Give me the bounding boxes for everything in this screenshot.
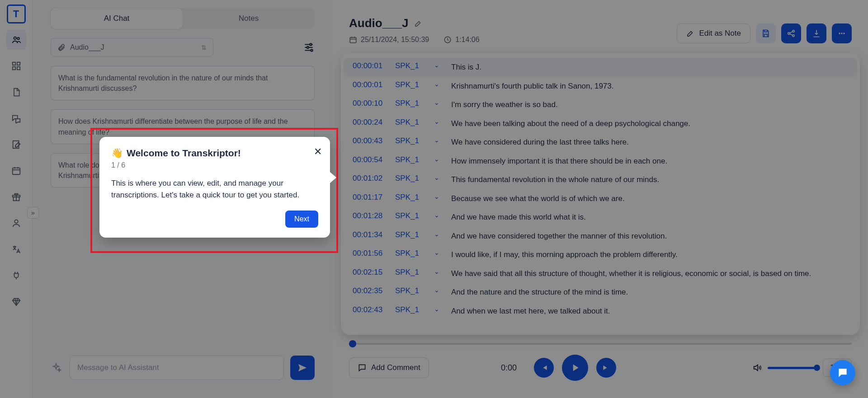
sidebar-expand-button[interactable]: »: [27, 207, 39, 219]
volume-icon[interactable]: [752, 363, 762, 373]
transcript-row[interactable]: 00:00:24SPK_1⌄We have been talking about…: [344, 114, 857, 133]
meta-date: 25/11/2024, 15:50:39: [349, 36, 429, 44]
transcript-speaker[interactable]: SPK_1: [395, 305, 422, 314]
chevron-down-icon[interactable]: ⌄: [428, 61, 446, 69]
transcript-timestamp[interactable]: 00:01:17: [353, 193, 390, 202]
save-button[interactable]: [756, 23, 776, 43]
seek-bar[interactable]: [349, 343, 852, 345]
chat-input[interactable]: [70, 356, 284, 380]
transcript-timestamp[interactable]: 00:00:10: [353, 99, 390, 108]
transcript-row[interactable]: 00:02:35SPK_1⌄And the nature and the str…: [344, 283, 857, 302]
nav-gift-icon[interactable]: [6, 187, 26, 207]
nav-dashboard-icon[interactable]: [6, 56, 26, 76]
tour-close-button[interactable]: ✕: [314, 146, 322, 158]
app-logo[interactable]: T: [7, 5, 26, 23]
transcript-row[interactable]: 00:00:10SPK_1⌄I'm sorry the weather is s…: [344, 95, 857, 114]
chevron-down-icon[interactable]: ⌄: [428, 249, 446, 256]
chevron-down-icon[interactable]: ⌄: [428, 193, 446, 200]
transcript-timestamp[interactable]: 00:01:34: [353, 230, 390, 239]
support-chat-fab[interactable]: [830, 360, 855, 385]
transcript-speaker[interactable]: SPK_1: [395, 286, 422, 295]
volume-slider[interactable]: [768, 367, 817, 369]
chevron-down-icon[interactable]: ⌄: [428, 230, 446, 238]
transcript-row[interactable]: 00:00:43SPK_1⌄We have considered during …: [344, 133, 857, 152]
file-selector[interactable]: Audio___J ⇅: [51, 38, 213, 57]
calendar-icon: [349, 36, 357, 44]
transcript-timestamp[interactable]: 00:01:28: [353, 211, 390, 220]
nav-people-icon[interactable]: [6, 30, 26, 50]
transcript-speaker[interactable]: SPK_1: [395, 155, 422, 164]
meta-duration: 1:14:06: [443, 36, 479, 44]
volume-handle[interactable]: [814, 365, 820, 371]
transcript-timestamp[interactable]: 00:00:43: [353, 136, 390, 145]
transcript-timestamp[interactable]: 00:01:56: [353, 249, 390, 258]
chevron-down-icon[interactable]: ⌄: [428, 268, 446, 275]
nav-calendar-icon[interactable]: [6, 161, 26, 181]
transcript-speaker[interactable]: SPK_1: [395, 230, 422, 239]
nav-translate-icon[interactable]: [6, 239, 26, 259]
seek-handle[interactable]: [349, 340, 356, 347]
transcript-speaker[interactable]: SPK_1: [395, 99, 422, 108]
nav-document-icon[interactable]: [6, 82, 26, 102]
tab-notes[interactable]: Notes: [183, 8, 315, 29]
transcript-row[interactable]: 00:00:01SPK_1⌄Krishnamurti's fourth publ…: [344, 77, 857, 96]
suggested-question[interactable]: What is the fundamental revolution in th…: [51, 66, 315, 100]
transcript-speaker[interactable]: SPK_1: [395, 193, 422, 202]
chevron-down-icon[interactable]: ⌄: [428, 99, 446, 106]
transcript-timestamp[interactable]: 00:02:43: [353, 305, 390, 314]
nav-edit-icon[interactable]: [6, 135, 26, 155]
transcript-speaker[interactable]: SPK_1: [395, 174, 422, 183]
transcript-row[interactable]: 00:02:15SPK_1⌄We have said that all this…: [344, 264, 857, 283]
share-button[interactable]: [781, 23, 801, 43]
transcript-speaker[interactable]: SPK_1: [395, 118, 422, 127]
transcript-row[interactable]: 00:01:28SPK_1⌄And we have made this worl…: [344, 208, 857, 227]
transcript-row[interactable]: 00:01:34SPK_1⌄And we have considered tog…: [344, 227, 857, 246]
transcript-timestamp[interactable]: 00:02:15: [353, 268, 390, 277]
transcript-timestamp[interactable]: 00:00:24: [353, 118, 390, 127]
transcript-timestamp[interactable]: 00:01:02: [353, 174, 390, 183]
transcript-row[interactable]: 00:02:43SPK_1⌄And when we last met here,…: [344, 302, 857, 321]
nav-integrations-icon[interactable]: [6, 266, 26, 286]
transcript-row[interactable]: 00:01:17SPK_1⌄Because we see what the wo…: [344, 189, 857, 208]
transcript-speaker[interactable]: SPK_1: [395, 61, 422, 70]
transcript-speaker[interactable]: SPK_1: [395, 136, 422, 145]
more-button[interactable]: [832, 23, 852, 43]
transcript-timestamp[interactable]: 00:00:01: [353, 61, 390, 70]
transcript-timestamp[interactable]: 00:00:54: [353, 155, 390, 164]
next-button[interactable]: [596, 358, 616, 378]
chevron-down-icon[interactable]: ⌄: [428, 211, 446, 219]
nav-premium-icon[interactable]: [6, 292, 26, 312]
chevron-down-icon[interactable]: ⌄: [428, 136, 446, 144]
add-comment-button[interactable]: Add Comment: [349, 357, 429, 378]
chevron-down-icon[interactable]: ⌄: [428, 118, 446, 125]
transcript-speaker[interactable]: SPK_1: [395, 80, 422, 89]
transcript-timestamp[interactable]: 00:00:01: [353, 80, 390, 89]
tour-next-button[interactable]: Next: [285, 211, 318, 228]
nav-profile-icon[interactable]: [6, 213, 26, 233]
edit-as-note-button[interactable]: Edit as Note: [677, 23, 750, 43]
transcript-row[interactable]: 00:01:02SPK_1⌄This fundamental revolutio…: [344, 170, 857, 189]
transcript-row[interactable]: 00:00:01SPK_1⌄This is J.: [344, 58, 857, 77]
download-button[interactable]: [807, 23, 826, 43]
transcript-timestamp[interactable]: 00:02:35: [353, 286, 390, 295]
transcript-row[interactable]: 00:00:54SPK_1⌄How immensely important it…: [344, 152, 857, 171]
settings-sliders-icon[interactable]: [303, 42, 315, 53]
chevron-down-icon[interactable]: ⌄: [428, 305, 446, 313]
chevron-down-icon[interactable]: ⌄: [428, 155, 446, 163]
svg-point-13: [311, 49, 312, 51]
chevron-down-icon[interactable]: ⌄: [428, 80, 446, 88]
prev-button[interactable]: [534, 358, 554, 378]
transcript-row[interactable]: 00:01:56SPK_1⌄I would like, if I may, th…: [344, 245, 857, 264]
play-button[interactable]: [562, 355, 588, 381]
transcript-speaker[interactable]: SPK_1: [395, 268, 422, 277]
send-button[interactable]: [290, 356, 315, 380]
transcript-speaker[interactable]: SPK_1: [395, 249, 422, 258]
nav-chat-icon[interactable]: [6, 108, 26, 128]
transcript-text: How immensely important it is that there…: [451, 155, 848, 167]
transcript-speaker[interactable]: SPK_1: [395, 211, 422, 220]
chevron-down-icon[interactable]: ⌄: [428, 286, 446, 294]
tab-ai-chat[interactable]: AI Chat: [51, 8, 183, 29]
chevron-down-icon[interactable]: ⌄: [428, 174, 446, 181]
svg-point-0: [14, 37, 16, 40]
edit-title-icon[interactable]: [414, 19, 422, 28]
